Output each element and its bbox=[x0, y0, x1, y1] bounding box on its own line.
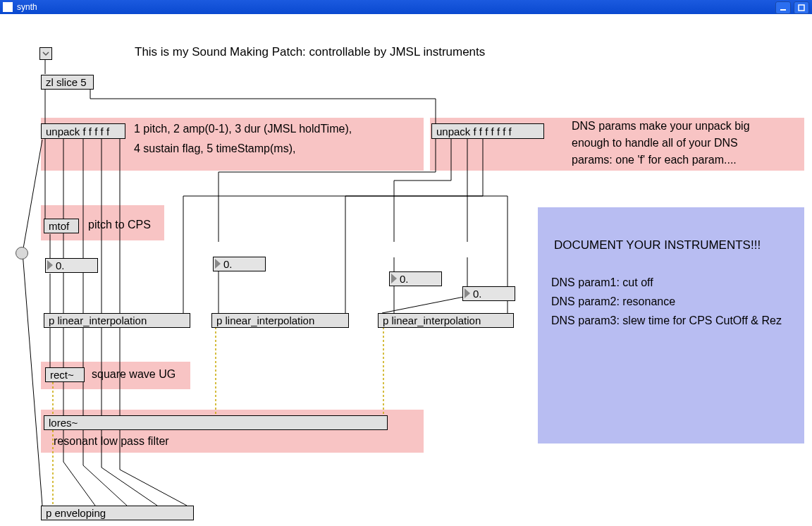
window-titlebar: synth bbox=[0, 0, 812, 14]
obj-text: p enveloping bbox=[46, 507, 106, 519]
outlet-object[interactable] bbox=[16, 247, 28, 259]
patch-cables bbox=[0, 14, 812, 526]
obj-mtof[interactable]: mtof bbox=[44, 219, 79, 233]
obj-text: lores~ bbox=[49, 417, 78, 429]
comment-dns: enough to handle all of your DNS bbox=[572, 137, 738, 149]
numbox-n2[interactable]: 0. bbox=[389, 271, 442, 286]
numbox-freq[interactable]: 0. bbox=[45, 258, 98, 273]
obj-text: p linear_interpolation bbox=[49, 314, 147, 326]
obj-linear-3[interactable]: p linear_interpolation bbox=[378, 313, 514, 328]
numbox-value: 0. bbox=[400, 273, 409, 285]
maximize-button[interactable] bbox=[794, 1, 809, 14]
obj-enveloping[interactable]: p enveloping bbox=[41, 506, 194, 520]
obj-unpack-1[interactable]: unpack f f f f f bbox=[41, 123, 125, 139]
obj-text: zl slice 5 bbox=[46, 76, 87, 88]
obj-lores[interactable]: lores~ bbox=[44, 415, 388, 430]
obj-text: p linear_interpolation bbox=[216, 314, 314, 326]
numbox-value: 0. bbox=[473, 288, 482, 300]
comment-lores: resonant low pass filter bbox=[54, 435, 169, 448]
patcher-canvas[interactable]: DOCUMENT YOUR INSTRUMENTS!!! DNS param1:… bbox=[0, 14, 812, 526]
numbox-n3[interactable]: 0. bbox=[462, 286, 515, 301]
app-icon bbox=[3, 2, 13, 12]
comment-dns: DNS params make your unpack big bbox=[572, 120, 750, 133]
obj-zl-slice[interactable]: zl slice 5 bbox=[41, 75, 94, 90]
comment-unpack-desc: 1 pitch, 2 amp(0-1), 3 dur (JMSL holdTim… bbox=[134, 123, 352, 135]
numbox-value: 0. bbox=[56, 259, 65, 271]
inlet-object[interactable] bbox=[39, 47, 52, 60]
comment-unpack-desc: 4 sustain flag, 5 timeStamp(ms), bbox=[134, 142, 295, 155]
obj-text: rect~ bbox=[50, 369, 74, 381]
obj-text: mtof bbox=[49, 220, 69, 232]
numbox-value: 0. bbox=[223, 258, 233, 270]
patch-title-comment: This is my Sound Making Patch: controlla… bbox=[135, 45, 485, 59]
obj-rect[interactable]: rect~ bbox=[45, 367, 85, 382]
obj-text: unpack f f f f f bbox=[46, 126, 109, 137]
svg-rect-1 bbox=[799, 5, 804, 11]
obj-text: p linear_interpolation bbox=[383, 314, 481, 326]
comment-dns: params: one 'f' for each param.... bbox=[572, 154, 737, 166]
obj-text: unpack f f f f f f f bbox=[436, 126, 512, 137]
obj-unpack-2[interactable]: unpack f f f f f f f bbox=[431, 123, 544, 139]
window-title: synth bbox=[17, 2, 37, 12]
comment-mtof: pitch to CPS bbox=[88, 219, 151, 231]
obj-linear-1[interactable]: p linear_interpolation bbox=[44, 313, 190, 328]
numbox-n1[interactable]: 0. bbox=[213, 257, 266, 271]
obj-linear-2[interactable]: p linear_interpolation bbox=[211, 313, 349, 328]
comment-rect: square wave UG bbox=[92, 368, 176, 381]
minimize-button[interactable] bbox=[775, 1, 791, 14]
